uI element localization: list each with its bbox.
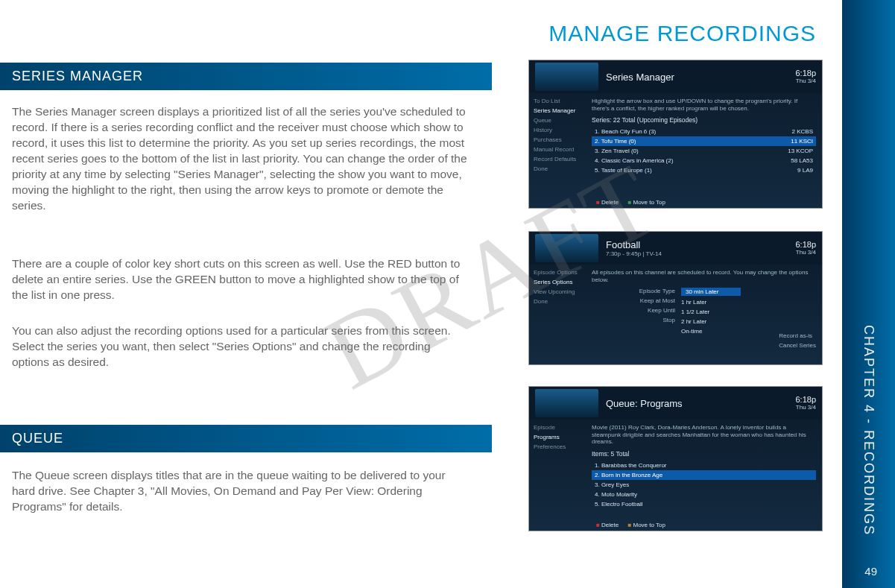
paragraph: The Queue screen displays titles that ar… (0, 468, 469, 515)
screenshot-title: Series Manager (606, 72, 795, 83)
list-subhead: Items: 5 Total (592, 450, 816, 458)
option-value: 2 hr Later (681, 318, 741, 325)
option-value: On-time (681, 328, 741, 335)
option-value: 30 min Later (681, 288, 741, 296)
side-menu: EpisodeProgramsPreferences (529, 420, 589, 531)
option-label: Stop (592, 317, 675, 323)
section-header-series-manager: SERIES MANAGER (0, 63, 492, 90)
queue-list: 1. Barabbas the Conqueror2. Born in the … (592, 461, 816, 509)
side-menu-item: Record Defaults (534, 156, 584, 162)
legend-green: Move to Top (620, 199, 665, 206)
side-menu-item: Manual Record (534, 146, 584, 153)
option-label: Episode Type (592, 288, 675, 294)
option-label: Keep at Most (592, 297, 675, 304)
chapter-label: CHAPTER 4 - RECORDINGS (842, 19, 895, 543)
screenshot-queue: Queue: Programs 6:18pThu 3/4 EpisodeProg… (528, 386, 823, 531)
list-row: 1. Barabbas the Conqueror (592, 461, 816, 470)
side-menu-item: View Upcoming (534, 288, 584, 295)
option-value: 1 1/2 Later (681, 309, 741, 315)
clock-date: Thu 3/4 (796, 78, 816, 84)
caption-text: Movie (2011) Roy Clark, Dora-Maries Ande… (592, 424, 816, 446)
clock-time: 6:18p (795, 240, 816, 249)
paragraph: The Series Manager screen displays a pri… (0, 104, 469, 213)
caption-text: All episodes on this channel are schedul… (592, 269, 816, 283)
screenshot-title: Queue: Programs (606, 398, 795, 409)
legend-red: Delete (596, 522, 619, 528)
thumbnail-image (535, 389, 598, 417)
clock-date: Thu 3/4 (796, 404, 816, 411)
list-row: 4. Classic Cars in America (2)58 LA53 (592, 156, 816, 165)
paragraph: You can also adjust the recording option… (0, 323, 469, 370)
list-row: 5. Electro Football (592, 499, 816, 509)
page-number: 49 (864, 565, 877, 578)
screenshot-series-options: Football 7:30p - 9:45p | TV-14 6:18pThu … (528, 231, 823, 365)
list-row: 3. Grey Eyes (592, 480, 816, 490)
paragraph: There are a couple of color key short cu… (0, 256, 469, 303)
screenshot-series-manager: Series Manager 6:18pThu 3/4 To Do ListSe… (528, 60, 823, 209)
thumbnail-image (535, 63, 598, 91)
side-menu-item: Episode Options (534, 269, 584, 276)
list-row: 2. Tofu Time (0)11 KSCI (592, 136, 816, 146)
side-menu: Episode OptionsSeries OptionsView Upcomi… (529, 265, 589, 364)
series-list: 1. Beach City Fun 6 (3)2 KCBS2. Tofu Tim… (592, 127, 816, 175)
side-menu-item: Series Manager (534, 107, 584, 114)
clock-date: Thu 3/4 (796, 249, 816, 256)
legend-orange: Move to Top (620, 522, 665, 528)
option-values: 30 min Later1 hr Later1 1/2 Later2 hr La… (681, 288, 741, 352)
caption-text: Highlight the arrow box and use UP/DOWN … (592, 98, 816, 112)
side-menu-item: Purchases (534, 136, 584, 143)
screenshot-subtitle: 7:30p - 9:45p | TV-14 (606, 250, 662, 257)
side-menu-item: Preferences (534, 443, 584, 450)
list-row: 3. Zen Travel (0)13 KCOP (592, 146, 816, 156)
option-actions: Record as-isCancel Series (779, 288, 816, 352)
screenshot-title: Football (606, 239, 662, 250)
list-row: 2. Born in the Bronze Age (592, 470, 816, 480)
side-menu-item: Done (534, 165, 584, 172)
list-row: 1. Beach City Fun 6 (3)2 KCBS (592, 127, 816, 136)
side-menu: To Do ListSeries ManagerQueueHistoryPurc… (529, 93, 589, 208)
action-item: Cancel Series (779, 342, 816, 349)
option-label: Keep Until (592, 307, 675, 314)
list-row: 4. Moto Molarity (592, 490, 816, 499)
section-header-queue: QUEUE (0, 425, 492, 452)
option-value: 1 hr Later (681, 299, 741, 306)
page-title: MANAGE RECORDINGS (548, 21, 816, 46)
side-menu-item: Episode (534, 424, 584, 431)
side-menu-item: Queue (534, 117, 584, 124)
list-subhead: Series: 22 Total (Upcoming Episodes) (592, 116, 816, 124)
option-labels: Episode TypeKeep at MostKeep UntilStop (592, 288, 681, 352)
legend-red: Delete (596, 199, 619, 206)
chapter-tab: CHAPTER 4 - RECORDINGS 49 (842, 0, 895, 588)
side-menu-item: To Do List (534, 98, 584, 104)
list-row: 5. Taste of Europe (1)9 LA9 (592, 165, 816, 175)
thumbnail-image (535, 234, 598, 262)
clock-time: 6:18p (795, 395, 816, 404)
side-menu-item: Programs (534, 434, 584, 440)
document-page: DRAFT MANAGE RECORDINGS SERIES MANAGER T… (0, 0, 842, 588)
side-menu-item: Series Options (534, 279, 584, 285)
action-item: Record as-is (779, 332, 816, 339)
side-menu-item: History (534, 127, 584, 133)
side-menu-item: Done (534, 298, 584, 305)
clock-time: 6:18p (795, 69, 816, 78)
